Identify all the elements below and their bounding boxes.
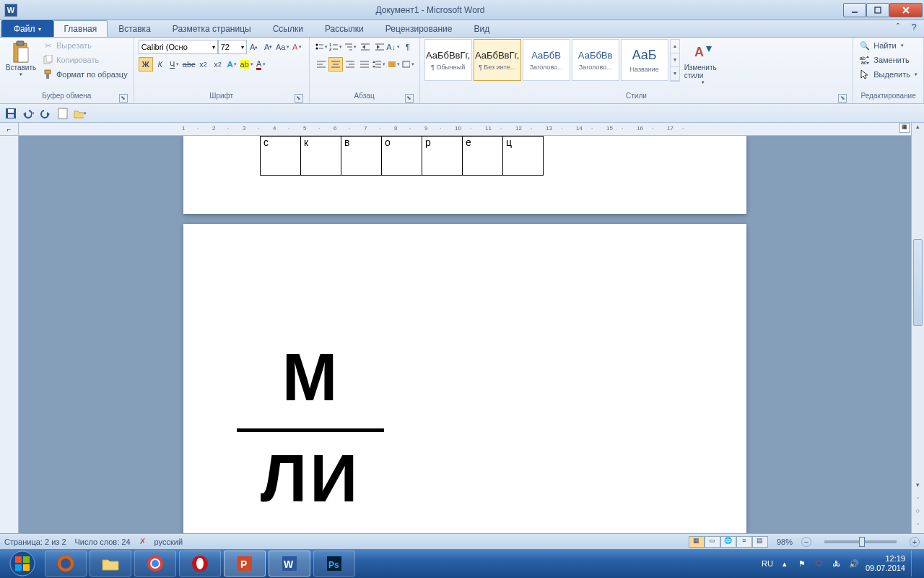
copy-button[interactable]: Копировать bbox=[40, 53, 129, 66]
taskbar-firefox[interactable] bbox=[45, 551, 87, 577]
prev-page-button[interactable]: ◦ bbox=[912, 494, 924, 507]
style-normal[interactable]: АаБбВвГг,¶ Обычный bbox=[424, 39, 472, 81]
proofing-icon[interactable]: ✗ bbox=[139, 537, 146, 546]
undo-button[interactable]: ▾ bbox=[22, 107, 35, 120]
minimize-button[interactable] bbox=[843, 3, 866, 17]
status-language[interactable]: русский bbox=[154, 538, 183, 546]
style-heading2[interactable]: АаБбВвЗаголово... bbox=[572, 39, 619, 81]
view-draft[interactable]: ▤ bbox=[752, 536, 768, 548]
table-cell[interactable]: р bbox=[422, 137, 463, 176]
zoom-slider[interactable] bbox=[824, 540, 897, 543]
shrink-font-button[interactable]: A▾ bbox=[261, 40, 276, 54]
view-full-screen[interactable]: ▭ bbox=[705, 536, 720, 548]
font-size-combo[interactable]: 72▾ bbox=[218, 40, 247, 54]
change-styles-button[interactable]: A Изменить стили▾ bbox=[683, 39, 723, 87]
dialog-launcher[interactable]: ⬊ bbox=[838, 94, 847, 103]
taskbar-photoshop[interactable]: Ps bbox=[313, 551, 355, 577]
tab-home[interactable]: Главная bbox=[53, 20, 108, 37]
dialog-launcher[interactable]: ⬊ bbox=[295, 94, 303, 103]
tray-language[interactable]: RU bbox=[762, 559, 773, 568]
styles-gallery[interactable]: АаБбВвГг,¶ Обычный АаБбВвГг,¶ Без инте..… bbox=[424, 39, 680, 82]
table-cell[interactable]: с bbox=[261, 137, 301, 176]
highlight-button[interactable]: ab bbox=[240, 57, 254, 72]
font-color-button[interactable]: A bbox=[254, 57, 269, 72]
bold-button[interactable]: Ж bbox=[139, 57, 153, 72]
tray-shield-icon[interactable]: 🛡 bbox=[814, 558, 825, 569]
start-button[interactable] bbox=[3, 549, 42, 578]
table-cell[interactable]: е bbox=[463, 137, 503, 176]
taskbar-powerpoint[interactable]: P bbox=[224, 551, 266, 577]
save-button[interactable] bbox=[4, 107, 17, 120]
font-name-combo[interactable]: Calibri (Осно▾ bbox=[139, 40, 218, 54]
taskbar-opera[interactable] bbox=[179, 551, 221, 577]
table-cell[interactable]: к bbox=[301, 137, 341, 176]
replace-button[interactable]: abacЗаменить bbox=[858, 53, 919, 66]
align-right-button[interactable] bbox=[343, 57, 357, 72]
tab-view[interactable]: Вид bbox=[463, 20, 500, 37]
line-spacing-button[interactable] bbox=[372, 57, 386, 72]
document-table[interactable]: скворец bbox=[260, 136, 544, 176]
pages-viewport[interactable]: скворец М ЛИ bbox=[19, 136, 911, 533]
superscript-button[interactable]: x2 bbox=[211, 57, 225, 72]
zoom-in-button[interactable]: + bbox=[910, 537, 920, 547]
dialog-launcher[interactable]: ⬊ bbox=[119, 94, 128, 103]
open-button[interactable]: ▾ bbox=[74, 107, 87, 120]
new-button[interactable] bbox=[56, 107, 69, 120]
table-cell[interactable]: ц bbox=[503, 137, 544, 176]
change-case-button[interactable]: Aa bbox=[276, 40, 290, 54]
tray-volume-icon[interactable]: 🔊 bbox=[848, 558, 860, 569]
vertical-scrollbar[interactable]: ▴ ▾ ◦ ○ ◦ bbox=[911, 123, 924, 533]
status-words[interactable]: Число слов: 24 bbox=[75, 538, 131, 546]
borders-button[interactable] bbox=[401, 57, 415, 72]
vertical-ruler[interactable] bbox=[0, 136, 19, 533]
strikethrough-button[interactable]: abc bbox=[182, 57, 196, 72]
zoom-value[interactable]: 98% bbox=[777, 538, 793, 546]
dialog-launcher[interactable]: ⬊ bbox=[405, 94, 414, 103]
format-painter-button[interactable]: Формат по образцу bbox=[40, 68, 129, 81]
align-left-button[interactable] bbox=[314, 57, 328, 72]
scroll-thumb[interactable] bbox=[913, 239, 923, 326]
table-cell[interactable]: о bbox=[382, 137, 422, 176]
style-heading1[interactable]: АаБбВЗаголово... bbox=[523, 39, 570, 81]
find-button[interactable]: 🔍Найти▾ bbox=[858, 39, 919, 52]
table-cell[interactable]: в bbox=[341, 137, 382, 176]
ruler-toggle-icon[interactable]: ▦ bbox=[899, 123, 910, 133]
align-justify-button[interactable] bbox=[357, 57, 372, 72]
horizontal-ruler[interactable]: 1·2·3·4·5·6·7·8·9·10·11·12·13·14·15·16·1… bbox=[19, 123, 911, 136]
grow-font-button[interactable]: A▴ bbox=[247, 40, 261, 54]
taskbar-explorer[interactable] bbox=[90, 551, 131, 577]
scroll-up-button[interactable]: ▴ bbox=[912, 123, 924, 136]
browse-object-button[interactable]: ○ bbox=[912, 507, 924, 520]
tab-layout[interactable]: Разметка страницы bbox=[162, 20, 262, 37]
cut-button[interactable]: ✂Вырезать bbox=[40, 39, 129, 52]
clear-formatting-button[interactable]: A bbox=[290, 40, 305, 54]
sort-button[interactable]: A↓ bbox=[386, 40, 401, 54]
decrease-indent-button[interactable] bbox=[357, 40, 372, 54]
underline-button[interactable]: Ч bbox=[167, 57, 182, 72]
view-outline[interactable]: ≡ bbox=[736, 536, 752, 548]
maximize-button[interactable] bbox=[866, 3, 889, 17]
select-button[interactable]: Выделить▾ bbox=[858, 68, 919, 81]
taskbar-chrome[interactable] bbox=[134, 551, 176, 577]
gallery-scroll[interactable]: ▴▾▾ bbox=[670, 39, 680, 82]
tab-review[interactable]: Рецензирование bbox=[375, 20, 463, 37]
next-page-button[interactable]: ◦ bbox=[912, 520, 924, 533]
tab-mailings[interactable]: Рассылки bbox=[314, 20, 375, 37]
status-page[interactable]: Страница: 2 из 2 bbox=[4, 538, 66, 546]
bullets-button[interactable] bbox=[314, 40, 328, 54]
taskbar-word[interactable]: W bbox=[269, 551, 310, 577]
zoom-out-button[interactable]: − bbox=[801, 537, 811, 547]
style-title[interactable]: АаБНазвание bbox=[621, 39, 668, 81]
redo-button[interactable] bbox=[39, 107, 52, 120]
tab-file[interactable]: Файл▾ bbox=[1, 20, 53, 37]
italic-button[interactable]: К bbox=[153, 57, 167, 72]
align-center-button[interactable] bbox=[328, 57, 343, 72]
tray-flag-icon[interactable]: ⚑ bbox=[796, 558, 808, 569]
numbering-button[interactable]: 12 bbox=[328, 40, 343, 54]
scroll-down-button[interactable]: ▾ bbox=[912, 481, 924, 494]
subscript-button[interactable]: x2 bbox=[196, 57, 211, 72]
paste-button[interactable]: Вставить▾ bbox=[4, 39, 38, 79]
multilevel-button[interactable] bbox=[343, 40, 357, 54]
help-icon[interactable]: ? bbox=[908, 22, 920, 33]
view-print-layout[interactable]: ▦ bbox=[689, 536, 705, 548]
